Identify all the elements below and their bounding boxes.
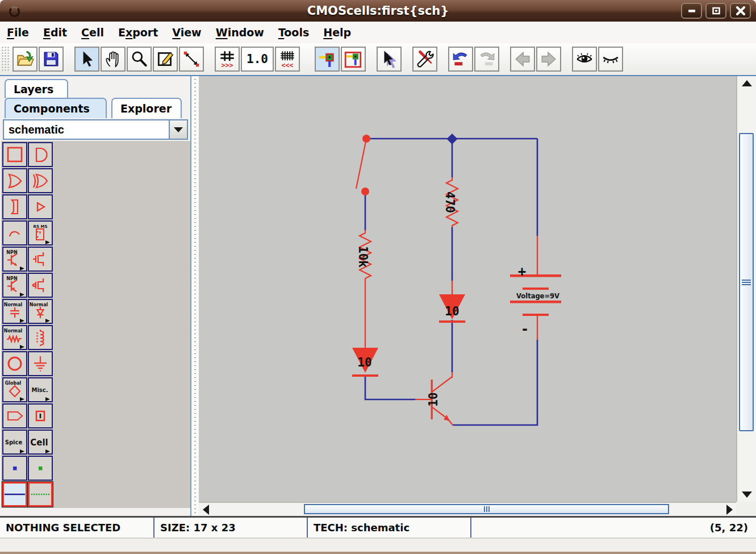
measure-button[interactable] <box>179 47 204 72</box>
palette-blue-dot[interactable] <box>2 456 27 481</box>
palette-or-gate[interactable] <box>2 168 27 193</box>
tab-explorer[interactable]: Explorer <box>111 98 182 118</box>
palette-nmos-transistor[interactable] <box>28 247 53 272</box>
menu-item-file[interactable]: File <box>7 26 29 39</box>
toolbar-grip-handle[interactable] <box>1 46 10 72</box>
dropdown-arrow-button[interactable] <box>169 120 187 139</box>
palette-inductor[interactable] <box>28 325 53 350</box>
palette-pmos-transistor[interactable] <box>28 273 53 298</box>
menu-bar: FileEditCellExportViewWindowToolsHelp <box>0 22 756 43</box>
palette-pure-node[interactable] <box>2 142 27 167</box>
menu-item-help[interactable]: Help <box>323 26 351 39</box>
menu-item-tools[interactable]: Tools <box>278 26 309 39</box>
menu-item-export[interactable]: Export <box>118 26 158 39</box>
wires-red[interactable] <box>356 139 537 399</box>
cursor-halo-icon <box>379 49 399 69</box>
toolbar-group: >>>1.0<<< <box>215 47 301 72</box>
maximize-button[interactable] <box>705 3 726 19</box>
palette-spice[interactable]: Spice <box>2 430 27 455</box>
edit-canvas[interactable]: 10 10 10k 470 10 + - Voltage=9V <box>199 76 736 502</box>
palette-npn-transistor[interactable]: NPN <box>2 247 27 272</box>
palette-off-page[interactable] <box>2 351 27 376</box>
palette-buffer[interactable] <box>28 194 53 219</box>
preferences-button[interactable] <box>412 47 437 72</box>
pin-export-mode-button[interactable] <box>341 47 366 72</box>
open-button[interactable] <box>12 47 37 72</box>
tab-components[interactable]: Components <box>5 98 107 118</box>
menu-item-edit[interactable]: Edit <box>43 26 67 39</box>
palette-ground[interactable] <box>28 351 53 376</box>
svg-text:Global: Global <box>5 381 21 386</box>
palette-wire-arc[interactable] <box>2 220 27 245</box>
collapse-cells-button[interactable] <box>598 47 623 72</box>
palette-misc[interactable]: Misc. <box>28 377 53 402</box>
menu-item-view[interactable]: View <box>172 26 201 39</box>
wire-junction[interactable] <box>447 134 458 144</box>
minimize-button[interactable] <box>681 3 702 19</box>
palette-capacitor[interactable]: Normal <box>2 299 27 324</box>
palette-pnp-transistor[interactable]: NPN <box>2 273 27 298</box>
pin-boxed-icon <box>344 49 363 69</box>
grid-spacing-display[interactable]: 1.0 <box>241 47 274 72</box>
toolbar-group <box>377 47 403 72</box>
arrow-up-icon <box>742 80 752 86</box>
status-spacer <box>471 518 710 538</box>
save-button[interactable] <box>39 47 64 72</box>
palette-green-dot[interactable] <box>28 456 53 481</box>
palette-and-gate[interactable] <box>28 142 53 167</box>
wires-blue[interactable] <box>365 139 537 425</box>
message-bar <box>0 538 756 552</box>
menu-item-window[interactable]: Window <box>216 26 264 39</box>
pan-button[interactable] <box>101 47 126 72</box>
expand-cells-button[interactable] <box>572 47 597 72</box>
tab-layers[interactable]: Layers <box>5 79 68 98</box>
undo-button[interactable] <box>448 47 473 72</box>
palette-port[interactable] <box>28 403 53 428</box>
arrow-right-icon <box>539 49 558 69</box>
pan-hand-icon <box>103 49 123 69</box>
zoom-button[interactable] <box>127 47 152 72</box>
scroll-down-button[interactable] <box>740 489 754 500</box>
panel-splitter[interactable] <box>191 76 199 516</box>
palette-mux[interactable] <box>2 194 27 219</box>
menu-item-cell[interactable]: Cell <box>81 26 104 39</box>
technology-selector[interactable]: schematic <box>3 119 188 140</box>
select-area-button[interactable] <box>153 47 178 72</box>
palette-global[interactable]: Global <box>2 377 27 402</box>
redo-arrow-icon <box>477 49 496 69</box>
svg-text:RS MS: RS MS <box>33 224 47 229</box>
palette-xor-gate[interactable] <box>28 168 53 193</box>
select-arrow-button[interactable] <box>74 47 99 72</box>
battery-plus-label: + <box>518 264 526 280</box>
palette-arc-sample[interactable] <box>28 482 53 507</box>
palette-flipflop[interactable]: RS MS <box>28 220 53 245</box>
toolbar-group <box>572 47 624 72</box>
palette-export-arrow[interactable] <box>2 403 27 428</box>
wire-pin[interactable] <box>361 188 369 195</box>
palette-diode[interactable]: Normal <box>28 299 53 324</box>
svg-text:Normal: Normal <box>29 302 48 307</box>
scroll-right-button[interactable] <box>724 504 735 515</box>
main-area: Layers Components Explorer schematic RS … <box>0 76 756 516</box>
close-button[interactable] <box>730 3 751 19</box>
scroll-up-button[interactable] <box>740 77 754 89</box>
window-controls <box>681 3 751 19</box>
cursor-arrow-icon <box>77 49 97 69</box>
scroll-left-button[interactable] <box>200 504 211 515</box>
horizontal-scroll-thumb[interactable] <box>304 504 669 514</box>
fine-grid-button[interactable]: <<< <box>275 47 300 72</box>
palette-resistor[interactable]: Normal <box>2 325 27 350</box>
vertical-scrollbar[interactable] <box>736 76 756 502</box>
resistor-10k-label: 10k <box>356 246 370 268</box>
palette-cell[interactable]: Cell <box>28 430 53 455</box>
palette-node-sample[interactable] <box>2 482 27 507</box>
pin-mode-button[interactable] <box>315 47 340 72</box>
vertical-scroll-thumb[interactable] <box>739 133 754 431</box>
select-objects-button[interactable] <box>377 47 402 72</box>
coarse-grid-button[interactable]: >>> <box>215 47 240 72</box>
technology-value: schematic <box>4 120 169 139</box>
horizontal-scrollbar[interactable] <box>199 502 736 516</box>
window-title: CMOScells:first{sch} <box>0 4 756 18</box>
arrow-right-icon <box>726 505 733 515</box>
wire-pin[interactable] <box>362 135 370 143</box>
